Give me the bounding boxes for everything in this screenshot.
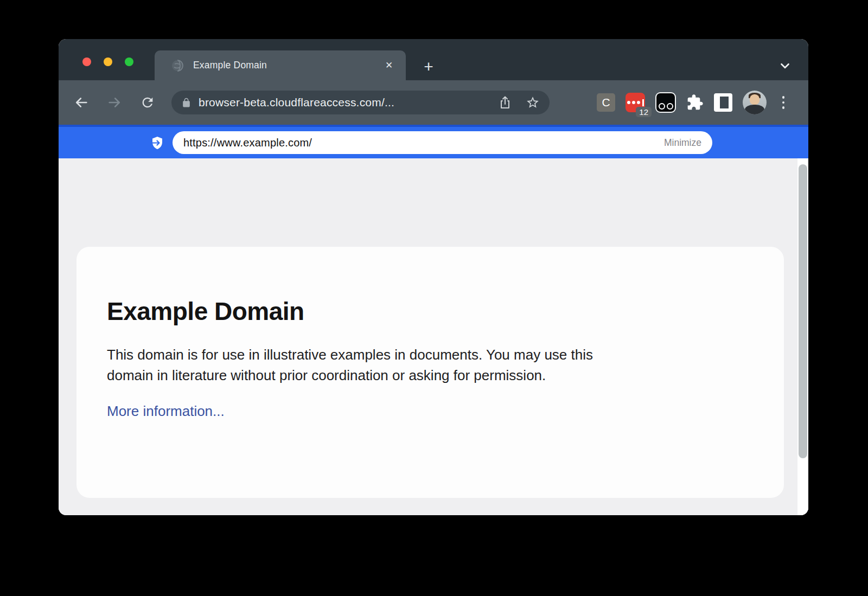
browser-toolbar: browser-beta.cloudflareaccess.com/... C xyxy=(59,80,808,125)
bookmark-star-icon[interactable] xyxy=(526,95,540,110)
extension-badge-count: 12 xyxy=(636,107,652,117)
scrollbar-thumb[interactable] xyxy=(799,164,807,458)
isolation-url-input[interactable]: https://www.example.com/ Minimize xyxy=(173,131,712,154)
minimize-window-button[interactable] xyxy=(104,57,112,66)
active-tab[interactable]: Example Domain ✕ xyxy=(155,50,406,80)
back-button[interactable] xyxy=(69,91,93,114)
close-window-button[interactable] xyxy=(82,57,91,66)
new-tab-button[interactable]: + xyxy=(418,56,439,78)
tab-close-icon[interactable]: ✕ xyxy=(381,57,397,74)
omnibox-actions xyxy=(499,95,540,110)
content-card: Example Domain This domain is for use in… xyxy=(76,247,784,498)
address-bar[interactable]: browser-beta.cloudflareaccess.com/... xyxy=(171,91,550,114)
browser-menu-icon[interactable] xyxy=(777,96,790,109)
tab-strip: Example Domain ✕ + xyxy=(59,39,808,80)
isolation-bar: https://www.example.com/ Minimize xyxy=(59,125,808,158)
share-icon[interactable] xyxy=(499,95,512,110)
forward-button[interactable] xyxy=(103,91,126,114)
web-page-viewport: Example Domain This domain is for use in… xyxy=(59,158,808,515)
browser-window: Example Domain ✕ + xyxy=(59,39,808,515)
tab-title: Example Domain xyxy=(193,60,267,71)
extensions-row: C 12 xyxy=(597,91,790,114)
shield-arrow-icon xyxy=(149,135,165,151)
page-paragraph: This domain is for use in illustrative e… xyxy=(107,344,754,386)
minimize-button[interactable]: Minimize xyxy=(664,137,701,149)
paragraph-line: domain in literature without prior coord… xyxy=(107,365,754,386)
address-bar-url: browser-beta.cloudflareaccess.com/... xyxy=(199,96,394,109)
reload-button[interactable] xyxy=(136,91,159,114)
extension-red-dots-icon[interactable]: 12 xyxy=(626,93,645,112)
tab-search-chevron-down-icon[interactable] xyxy=(776,57,794,74)
more-information-link[interactable]: More information... xyxy=(107,403,225,420)
extension-c-icon[interactable]: C xyxy=(597,93,615,112)
side-panel-icon[interactable] xyxy=(714,93,732,112)
profile-avatar[interactable] xyxy=(743,91,767,114)
traffic-lights xyxy=(82,57,133,66)
extensions-puzzle-icon[interactable] xyxy=(686,94,704,111)
isolation-url-text: https://www.example.com/ xyxy=(183,137,312,149)
lock-icon[interactable] xyxy=(181,98,192,108)
page-title: Example Domain xyxy=(107,297,754,326)
tab-favicon-globe-icon xyxy=(171,59,184,72)
paragraph-line: This domain is for use in illustrative e… xyxy=(107,344,754,365)
extension-binoculars-icon[interactable] xyxy=(655,92,676,113)
zoom-window-button[interactable] xyxy=(125,57,133,66)
